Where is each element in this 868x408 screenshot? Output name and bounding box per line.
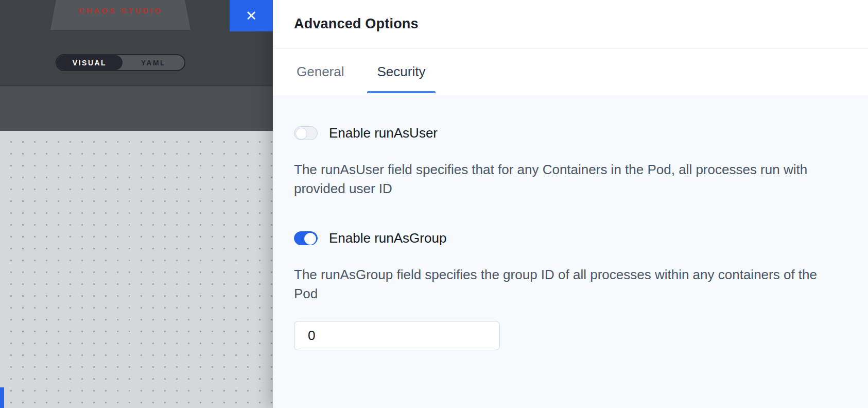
tab-security[interactable]: Security	[374, 64, 429, 80]
run-as-group-toggle[interactable]	[294, 231, 318, 245]
drawer-title: Advanced Options	[294, 16, 419, 32]
advanced-options-drawer: Advanced Options General Security Enable…	[273, 0, 868, 408]
run-as-user-row: Enable runAsUser	[294, 125, 847, 141]
visual-tab[interactable]: VISUAL	[57, 55, 123, 70]
stage-toolbar-strip	[0, 87, 273, 131]
tab-general[interactable]: General	[293, 64, 348, 80]
left-edge-accent	[0, 387, 4, 408]
run-as-user-description: The runAsUser field specifies that for a…	[294, 160, 827, 198]
run-as-user-group: Enable runAsUser The runAsUser field spe…	[294, 125, 847, 198]
run-as-group-label: Enable runAsGroup	[329, 230, 446, 246]
run-as-user-toggle[interactable]	[294, 126, 318, 140]
security-tab-panel: Enable runAsUser The runAsUser field spe…	[273, 95, 868, 408]
dot-grid-canvas	[0, 131, 273, 408]
chaos-studio-canvas: CHAOS STUDIO VISUAL YAML	[0, 0, 273, 408]
run-as-group-row: Enable runAsGroup	[294, 230, 847, 246]
chaos-studio-brand: CHAOS STUDIO	[50, 6, 190, 15]
drawer-close-button[interactable]: ✕	[230, 0, 273, 31]
drawer-header: Advanced Options	[273, 0, 868, 48]
drawer-tabs: General Security	[273, 48, 868, 95]
chaos-studio-badge	[50, 0, 190, 30]
run-as-group-value-input[interactable]	[294, 321, 500, 350]
visual-yaml-toggle[interactable]: VISUAL YAML	[56, 54, 185, 71]
close-icon: ✕	[246, 8, 257, 24]
run-as-user-label: Enable runAsUser	[329, 125, 438, 141]
yaml-tab[interactable]: YAML	[123, 55, 184, 70]
run-as-group-description: The runAsGroup field specifies the group…	[294, 265, 827, 303]
run-as-group-group: Enable runAsGroup The runAsGroup field s…	[294, 230, 847, 350]
